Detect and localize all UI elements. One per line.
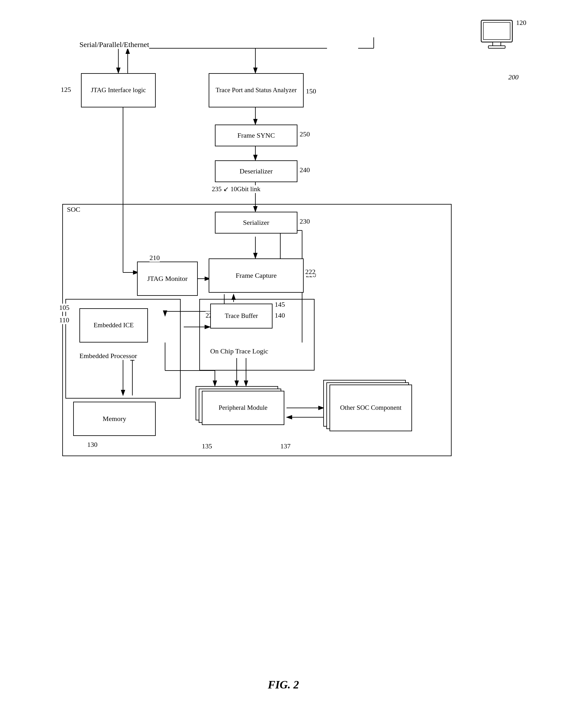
frame-capture-box: Frame Capture [209, 258, 304, 293]
ref-137: 137 [280, 442, 291, 450]
ref-230: 230 [300, 217, 310, 225]
diagram: Serial/Parallel/Ethernet 120 JTAG Interf… [31, 12, 536, 697]
computer-icon [477, 19, 517, 53]
ref-120: 120 [516, 19, 526, 27]
ref-145: 145 [275, 300, 285, 309]
trace-port-box: Trace Port and Status Analyzer [209, 73, 304, 107]
ref-125: 125 [61, 86, 71, 94]
ref-250: 250 [300, 130, 310, 138]
ref-130: 130 [87, 441, 97, 449]
svg-rect-35 [483, 22, 510, 40]
ref-140: 140 [275, 311, 285, 319]
ref-210: 210 [149, 254, 160, 262]
peripheral-module-box: Peripheral Module [202, 391, 284, 425]
frame-sync-box: Frame SYNC [215, 125, 297, 146]
embedded-processor-label: Embedded Processor [79, 352, 137, 360]
embedded-ice-box: Embedded ICE [79, 308, 148, 343]
ref-110: 110 [59, 316, 69, 324]
serializer-box: Serializer [215, 212, 297, 234]
jtag-interface-box: JTAG Interface logic [81, 73, 156, 107]
memory-box: Memory [73, 402, 156, 436]
on-chip-trace-label: On Chip Trace Logic [210, 347, 268, 355]
fig-label: FIG. 2 [268, 678, 299, 691]
svg-rect-37 [488, 46, 505, 48]
ref-150: 150 [306, 87, 316, 95]
ref-135: 135 [202, 442, 212, 450]
other-soc-box: Other SOC Component [330, 385, 412, 431]
ref-240: 240 [300, 166, 310, 174]
ref-200: 200 [508, 73, 519, 81]
svg-rect-36 [493, 42, 501, 46]
ref-235-label: 235 ↙ 10Gbit link [212, 185, 260, 193]
deserializer-box: Deserializer [215, 160, 297, 182]
ref-222: 222 [305, 268, 315, 276]
soc-label: SOC [67, 206, 80, 214]
trace-buffer-box: Trace Buffer [210, 304, 273, 329]
serial-parallel-label: Serial/Parallel/Ethernet [79, 40, 149, 49]
jtag-monitor-box: JTAG Monitor [137, 262, 198, 296]
ref-105: 105 [59, 304, 69, 312]
